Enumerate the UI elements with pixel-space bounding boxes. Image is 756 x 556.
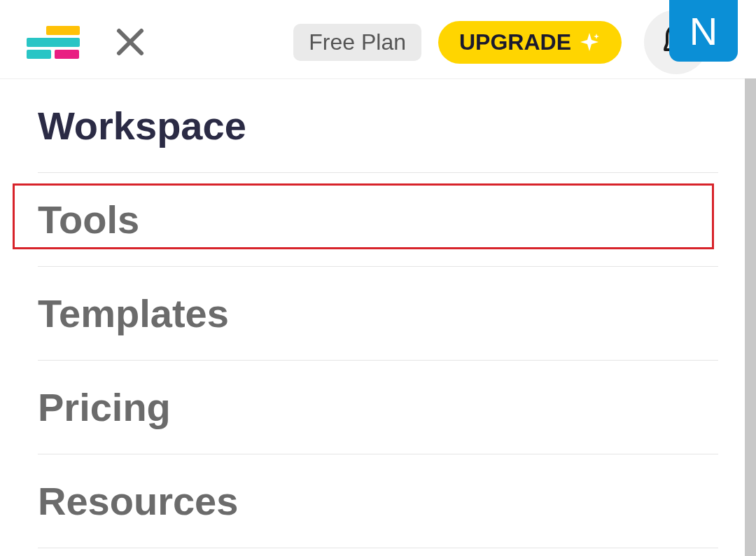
menu-item-resources[interactable]: Resources: [38, 454, 718, 548]
menu-item-templates[interactable]: Templates: [38, 267, 718, 361]
upgrade-button[interactable]: UPGRADE: [438, 21, 622, 64]
menu-item-pricing[interactable]: Pricing: [38, 361, 718, 454]
close-icon[interactable]: [115, 27, 146, 57]
upgrade-label: UPGRADE: [459, 29, 571, 55]
plan-badge: Free Plan: [293, 24, 421, 61]
menu-item-workspace[interactable]: Workspace: [38, 79, 718, 173]
logo[interactable]: [27, 26, 80, 59]
header: Free Plan UPGRADE N: [0, 0, 756, 77]
avatar[interactable]: N: [669, 0, 738, 62]
main-menu: Workspace Tools Templates Pricing Resour…: [0, 79, 756, 556]
avatar-initial: N: [690, 8, 718, 54]
menu-item-tools[interactable]: Tools: [38, 173, 718, 267]
menu-item-teams[interactable]: Teams: [38, 548, 718, 556]
sparkle-icon: [578, 31, 601, 53]
scrollbar[interactable]: [745, 78, 756, 556]
